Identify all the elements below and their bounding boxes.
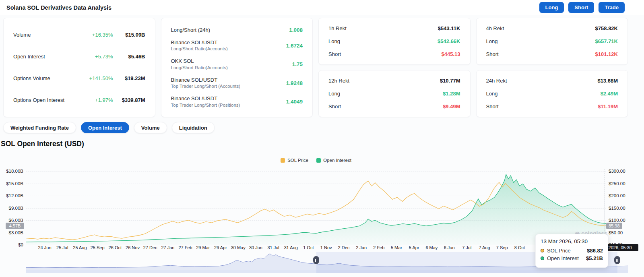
main-chart[interactable] [26, 168, 606, 245]
crosshair-right-value-badge: 85.98 [606, 223, 622, 229]
x-axis-label: 30 May [231, 245, 246, 250]
rekt-short-label: Short [486, 51, 595, 57]
rekt-long-row: Long$1.28M [328, 91, 460, 97]
rekt-column-left: 1h Rekt$543.11KLong$542.66KShort$445.131… [318, 18, 471, 117]
tooltip-rows: SOL Price$86.82Open Interest$5.21B [541, 248, 603, 261]
rekt-long-value: $2.49M [601, 91, 618, 97]
x-axis-label: 7 Aug [479, 245, 490, 250]
page: Solana SOL Derivatives Data Analysis Lon… [0, 0, 644, 277]
x-axis-label: 2 Feb [373, 245, 384, 250]
stat-label: Open Interest [13, 54, 78, 60]
x-axis-label: 27 Jan [161, 245, 174, 250]
x-axis-label: 24 Jun [38, 245, 51, 250]
rekt-short-row: Short$445.13 [328, 51, 460, 57]
x-axis-label: 26 Oct [109, 245, 122, 250]
rekt-title: 4h Rekt [486, 25, 595, 31]
x-axis-label: 25 Aug [73, 245, 87, 250]
rekt-column-right: 4h Rekt$758.82KLong$657.71KShort$101.12K… [476, 18, 628, 117]
tab-volume[interactable]: Volume [134, 122, 167, 133]
x-axis-label: 6 Jun [444, 245, 455, 250]
long-button[interactable]: Long [539, 2, 564, 13]
ratio-value: 1.9248 [286, 80, 303, 86]
short-button[interactable]: Short [568, 2, 594, 13]
stat-change: +16.35% [78, 32, 113, 38]
rekt-card-24h-rekt: 24h Rekt$13.68MLong$2.49MShort$11.19M [476, 70, 628, 117]
x-axis-label: 25 Sep [91, 245, 105, 250]
x-axis-label: 26 Nov [126, 245, 140, 250]
x-axis-label: 25 Jul [56, 245, 68, 250]
x-axis-label: 2 Jan [356, 245, 367, 250]
x-axis-label: 29 Mar [196, 245, 210, 250]
rekt-card-12h-rekt: 12h Rekt$10.77MLong$1.28MShort$9.49M [318, 70, 471, 117]
legend-label: SOL Price [287, 158, 308, 163]
stat-row-volume: Volume+16.35%$15.09B [13, 32, 145, 38]
y-axis-label-left: $0 [0, 242, 23, 247]
stat-row-options-volume: Options Volume+141.50%$19.23M [13, 75, 145, 81]
stat-value: $339.87M [113, 97, 145, 103]
ratio-value: 1.008 [289, 27, 303, 33]
longshort-ratios-card: Long/Short (24h)1.008Binance SOL/USDTLon… [161, 18, 313, 117]
rekt-long-label: Long [486, 91, 601, 97]
rekt-total-row: 4h Rekt$758.82K [486, 25, 618, 31]
tooltip-series-value: $86.82 [587, 248, 603, 254]
y-axis-label-left: $6.00B [0, 218, 23, 223]
series-dot-icon [541, 256, 544, 260]
ratio-label: OKX SOL [171, 58, 292, 65]
rekt-short-value: $9.49M [443, 103, 460, 110]
x-axis-label: 7 Jul [462, 245, 471, 250]
rekt-short-value: $101.12K [595, 51, 618, 57]
stat-value: $15.09B [113, 32, 145, 38]
rekt-card-1h-rekt: 1h Rekt$543.11KLong$542.66KShort$445.13 [318, 18, 471, 65]
rekt-long-value: $1.28M [443, 91, 460, 97]
rekt-long-row: Long$2.49M [486, 91, 618, 97]
ratio-labels: OKX SOLLong/Short Ratio(Accounts) [171, 58, 292, 71]
tab-liquidation[interactable]: Liquidation [172, 122, 215, 133]
stat-change: +1.97% [78, 97, 113, 103]
ratio-row-binance-sol-usdt-top-trader-long-short-accounts: Binance SOL/USDTTop Trader Long/Short (A… [171, 76, 303, 90]
ratio-labels: Binance SOL/USDTLong/Short Ratio(Account… [171, 39, 286, 52]
tooltip-row-open-interest: Open Interest$5.21B [541, 255, 603, 261]
tab-open-interest[interactable]: Open Interest [81, 122, 129, 133]
tooltip-series-value: $5.21B [586, 255, 603, 261]
ratio-row-binance-sol-usdt-top-trader-long-short-positions: Binance SOL/USDTTop Trader Long/Short (P… [171, 95, 303, 108]
rekt-short-label: Short [486, 103, 598, 110]
ratio-labels: Binance SOL/USDTTop Trader Long/Short (A… [171, 76, 286, 90]
rekt-long-label: Long [486, 38, 595, 44]
x-axis-label: 6 May [425, 245, 438, 250]
rekt-total-value: $10.77M [440, 78, 460, 84]
market-stats-card: Volume+16.35%$15.09BOpen Interest+5.73%$… [3, 18, 155, 117]
ratio-label: Binance SOL/USDT [171, 76, 286, 84]
x-axis-label: 5 Mar [391, 245, 402, 250]
crosshair-left-value-badge: 4.57B [6, 223, 24, 229]
x-axis-label: 1 Oct [303, 245, 314, 250]
legend-item-sol-price[interactable]: SOL Price [281, 158, 308, 163]
ratio-sublabel: Long/Short Ratio(Accounts) [171, 65, 292, 71]
y-axis-label-left: $18.00B [0, 169, 23, 174]
y-axis-label-left: $15.00B [0, 181, 23, 186]
chart-tooltip: 13 Mar 2026, 05:30 SOL Price$86.82Open I… [535, 234, 608, 268]
tab-weighted-funding-rate[interactable]: Weighted Funding Rate [3, 122, 76, 133]
stat-label: Options Open Interest [13, 97, 78, 103]
chart-tabs: Weighted Funding RateOpen InterestVolume… [3, 122, 215, 133]
stat-label: Options Volume [13, 75, 78, 81]
navigator-left-handle-icon[interactable] [313, 256, 319, 264]
x-axis-label: 31 Aug [284, 245, 298, 250]
x-axis-label: 5 Apr [409, 245, 419, 250]
stat-row-open-interest: Open Interest+5.73%$5.46B [13, 54, 145, 60]
navigator-right-handle-icon[interactable] [614, 256, 620, 264]
x-axis-label: 29 Apr [214, 245, 227, 250]
rekt-card-4h-rekt: 4h Rekt$758.82KLong$657.71KShort$101.12K [476, 18, 628, 65]
x-axis-label: 31 Jul [267, 245, 279, 250]
tooltip-series-label: Open Interest [547, 255, 583, 261]
ratio-row-long-short-24h: Long/Short (24h)1.008 [171, 27, 303, 34]
trade-button[interactable]: Trade [599, 2, 625, 13]
ratio-value: 1.4049 [286, 99, 303, 105]
ratio-sublabel: Top Trader Long/Short (Positions) [171, 102, 286, 109]
stat-value: $5.46B [113, 54, 145, 60]
legend-item-open-interest[interactable]: Open Interest [316, 158, 351, 163]
y-axis-label-left: $12.00B [0, 193, 23, 198]
topbar: Solana SOL Derivatives Data Analysis Lon… [0, 0, 644, 15]
rekt-total-row: 24h Rekt$13.68M [486, 78, 618, 84]
tooltip-series-label: SOL Price [547, 248, 584, 254]
legend-swatch-icon [281, 158, 285, 163]
